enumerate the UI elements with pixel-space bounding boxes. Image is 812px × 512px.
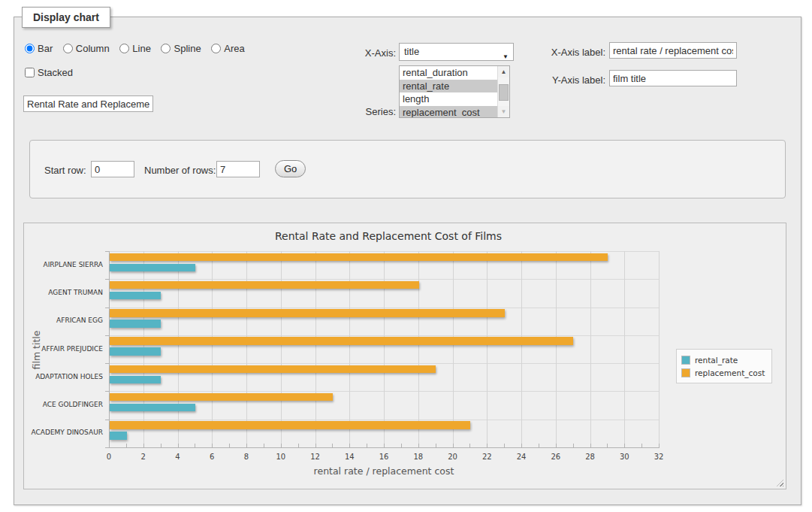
y-axis-category-label: AIRPLANE SIERRA [20, 261, 103, 268]
bar-rental_rate [110, 347, 161, 356]
x-axis-selected-value: title [404, 46, 419, 57]
legend-item-rental_rate[interactable]: rental_rate [681, 353, 765, 366]
bar-replacement_cost [110, 393, 333, 401]
x-axis-tick-label: 6 [201, 453, 223, 461]
fieldset-legend: Display chart [22, 7, 110, 28]
number-of-rows-label: Number of rows: [144, 165, 216, 176]
series-options: rental_durationrental_ratelengthreplacem… [400, 66, 497, 117]
x-axis-tick-label: 12 [304, 453, 327, 461]
chart-title: Rental Rate and Replacement Cost of Film… [24, 230, 753, 242]
stacked-checkbox[interactable] [25, 68, 35, 77]
go-button[interactable]: Go [275, 160, 306, 177]
legend-swatch-replacement_cost [681, 368, 690, 377]
y-axis-category-label: AFRICAN EGG [20, 317, 103, 324]
chart-resize-handle[interactable] [777, 480, 783, 486]
grid-line-vertical [453, 251, 454, 447]
x-axis-tick-label: 18 [407, 453, 430, 461]
series-option-rental_duration[interactable]: rental_duration [400, 66, 497, 80]
bar-rental_rate [110, 292, 161, 300]
bar-rental_rate [110, 404, 195, 412]
bar-rental_rate [110, 264, 195, 272]
x-axis-label-input[interactable] [609, 42, 737, 59]
series-scrollbar[interactable]: ▲ ▼ [497, 66, 509, 117]
radio-bar-input[interactable] [25, 44, 35, 53]
scrollbar-down-arrow-icon[interactable]: ▼ [498, 106, 509, 117]
start-row-label: Start row: [44, 165, 86, 176]
x-axis-line [109, 447, 660, 448]
x-axis-tick-label: 20 [442, 453, 464, 461]
radio-area-input[interactable] [211, 44, 221, 53]
legend-item-replacement_cost[interactable]: replacement_cost [681, 366, 765, 379]
series-multiselect: rental_durationrental_ratelengthreplacem… [399, 65, 510, 118]
y-axis-category-label: ACADEMY DINOSAUR [20, 429, 103, 436]
chart: Rental Rate and Replacement Cost of Film… [23, 223, 786, 489]
x-axis-tick-label: 22 [475, 453, 498, 461]
x-axis-tick-label: 4 [167, 453, 189, 461]
x-axis-tick-label: 32 [647, 453, 670, 461]
bar-replacement_cost [110, 421, 470, 429]
select-dropdown-arrow-icon: ▼ [503, 49, 509, 65]
x-axis-tick-label: 16 [373, 453, 395, 461]
grid-line-vertical [659, 251, 660, 447]
bar-replacement_cost [110, 253, 608, 262]
x-axis-tick-label: 10 [270, 453, 292, 461]
y-axis-category-label: AFFAIR PREJUDICE [20, 345, 103, 353]
y-axis-label-input[interactable] [609, 70, 737, 86]
radio-bar[interactable]: Bar [25, 43, 53, 54]
stacked-row: Stacked [25, 67, 73, 78]
chart-title-input[interactable] [23, 95, 153, 112]
chart-legend: rental_ratereplacement_cost [676, 349, 772, 383]
row-range-panel: Start row: Number of rows: Go [29, 140, 786, 198]
x-axis-select[interactable]: title ▼ [399, 43, 514, 61]
series-option-rental_rate[interactable]: rental_rate [400, 80, 497, 93]
stacked-checkbox-label[interactable]: Stacked [25, 67, 73, 78]
y-axis-label-field-label: Y-Axis label: [533, 74, 605, 86]
grid-line-vertical [556, 251, 557, 447]
x-axis-tick-label: 28 [579, 453, 602, 461]
x-axis-tick-label: 14 [338, 453, 361, 461]
x-axis-label-field-label: X-Axis label: [533, 47, 605, 58]
bar-replacement_cost [110, 281, 419, 289]
bar-replacement_cost [110, 309, 505, 317]
bar-replacement_cost [110, 365, 436, 374]
series-option-length[interactable]: length [400, 92, 497, 106]
x-axis-tick-label: 2 [132, 453, 155, 461]
bar-replacement_cost [110, 337, 573, 345]
legend-label: replacement_cost [695, 368, 765, 377]
bar-rental_rate [110, 320, 161, 328]
radio-spline-input[interactable] [161, 44, 171, 53]
scrollbar-thumb[interactable] [499, 84, 509, 101]
grid-line-vertical [521, 251, 522, 447]
series-select-label: Series: [330, 106, 396, 117]
x-axis-tick-label: 30 [613, 453, 635, 461]
x-axis-select-label: X-Axis: [330, 47, 396, 59]
y-axis-category-label: ACE GOLDFINGER [20, 401, 103, 408]
radio-spline[interactable]: Spline [161, 43, 201, 54]
legend-swatch-rental_rate [681, 356, 690, 365]
x-axis-tick-label: 26 [545, 453, 567, 461]
grid-line-vertical [487, 251, 488, 447]
bar-rental_rate [110, 376, 161, 384]
radio-column[interactable]: Column [63, 43, 110, 54]
bar-rental_rate [110, 432, 127, 440]
radio-line[interactable]: Line [119, 43, 151, 54]
radio-column-input[interactable] [63, 44, 73, 53]
y-axis-category-label: AGENT TRUMAN [20, 289, 103, 296]
display-chart-fieldset: Display chart Bar Column Line Spline Are… [14, 17, 801, 505]
legend-label: rental_rate [695, 356, 738, 365]
grid-line-vertical [590, 251, 591, 447]
series-option-replacement_cost[interactable]: replacement_cost [400, 106, 497, 119]
x-axis-tick-label: 24 [510, 453, 533, 461]
y-axis-category-label: ADAPTATION HOLES [20, 373, 103, 380]
grid-line-vertical [624, 251, 625, 447]
number-of-rows-input[interactable] [216, 161, 260, 177]
scrollbar-up-arrow-icon[interactable]: ▲ [498, 66, 509, 77]
radio-area[interactable]: Area [211, 43, 244, 54]
x-axis-tick-label: 8 [235, 453, 258, 461]
chart-type-radio-group: Bar Column Line Spline Area [25, 43, 252, 54]
start-row-input[interactable] [91, 161, 134, 177]
chart-x-axis-title: rental rate / replacement cost [109, 465, 659, 477]
x-axis-tick-label: 0 [98, 453, 120, 461]
radio-line-input[interactable] [119, 44, 129, 53]
